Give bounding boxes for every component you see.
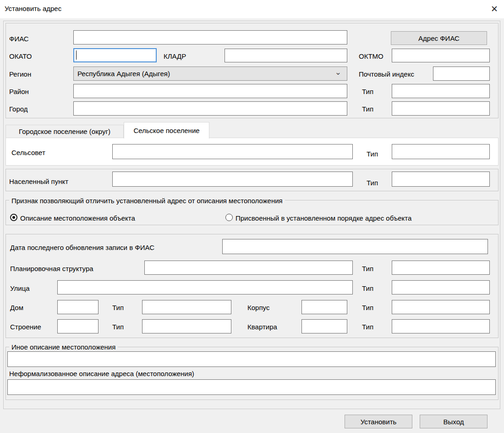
radio-description-label: Описание местоположения объекта	[20, 214, 135, 222]
stroenie-tip-label: Тип	[112, 323, 124, 331]
oktmo-label: ОКТМО	[359, 52, 383, 60]
settlement-label: Населенный пункт	[9, 178, 68, 185]
other-description-legend: Иное описание местоположения	[9, 343, 118, 351]
korpus-tip-input[interactable]	[392, 300, 490, 314]
kvartira-input[interactable]	[301, 319, 347, 333]
gorod-tip-label: Тип	[362, 105, 373, 113]
tab-rural-settlement[interactable]: Сельское поселение	[124, 122, 209, 139]
korpus-label: Корпус	[247, 304, 269, 311]
sign-groupbox-legend: Признак позволяющий отличить установленн…	[9, 197, 285, 205]
radio-assigned[interactable]	[225, 214, 233, 221]
window-title: Установить адрес	[5, 5, 61, 12]
rayon-input[interactable]	[73, 84, 347, 98]
fias-update-date-input[interactable]	[222, 239, 488, 254]
gorod-tip-input[interactable]	[392, 101, 490, 116]
rayon-tip-label: Тип	[362, 88, 373, 95]
stroenie-input[interactable]	[57, 319, 99, 333]
region-selected-value: Республика Адыгея (Адыгея)	[77, 70, 170, 78]
postal-index-label: Почтовый индекс	[359, 70, 414, 78]
house-tip-label: Тип	[112, 304, 124, 311]
kvartira-label: Квартира	[247, 323, 277, 331]
address-fias-button-label: Адрес ФИАС	[418, 34, 460, 42]
tab-urban-label: Городское поселение (округ)	[19, 128, 110, 135]
exit-button-label: Выход	[444, 418, 464, 426]
selsovet-tip-input[interactable]	[392, 144, 490, 159]
rayon-tip-input[interactable]	[392, 84, 490, 98]
rayon-label: Район	[9, 88, 29, 95]
radio-description[interactable]	[10, 214, 17, 221]
postal-index-input[interactable]	[433, 67, 490, 81]
stroenie-label: Строение	[10, 323, 41, 331]
street-input[interactable]	[57, 280, 353, 294]
oktmo-input[interactable]	[392, 49, 490, 62]
kladr-label: КЛАДР	[164, 52, 186, 60]
informal-description-label: Неформализованное описание адреса (место…	[9, 370, 194, 377]
kladr-input[interactable]	[225, 49, 347, 62]
region-select[interactable]: Республика Адыгея (Адыгея) ⌄	[73, 67, 347, 81]
house-label: Дом	[10, 304, 23, 311]
region-label: Регион	[9, 70, 31, 78]
selsovet-label: Сельсовет	[11, 149, 45, 156]
selsovet-tip-label: Тип	[367, 150, 378, 158]
informal-description-input[interactable]	[7, 379, 496, 395]
planning-tip-label: Тип	[362, 265, 373, 272]
street-tip-label: Тип	[362, 284, 373, 292]
planning-structure-input[interactable]	[144, 261, 353, 275]
house-tip-input[interactable]	[142, 300, 231, 314]
house-input[interactable]	[57, 300, 99, 314]
dialog-set-address: Установить адрес ✕ ФИАС Адрес ФИАС ОКАТО…	[0, 0, 504, 433]
selsovet-input[interactable]	[112, 144, 353, 159]
set-button[interactable]: Установить	[345, 415, 412, 428]
settlement-tip-label: Тип	[367, 179, 378, 187]
gorod-input[interactable]	[73, 101, 347, 116]
okato-label: ОКАТО	[9, 52, 32, 60]
korpus-tip-label: Тип	[362, 304, 373, 311]
chevron-down-icon: ⌄	[335, 67, 341, 77]
street-tip-input[interactable]	[392, 280, 490, 294]
stroenie-tip-input[interactable]	[142, 319, 231, 333]
settlement-tip-input[interactable]	[392, 172, 490, 187]
set-button-label: Установить	[361, 418, 397, 426]
close-icon[interactable]: ✕	[488, 2, 501, 15]
radio-selected-dot	[12, 216, 15, 219]
kvartira-tip-input[interactable]	[392, 319, 490, 333]
address-fias-button[interactable]: Адрес ФИАС	[391, 31, 487, 45]
tab-rural-label: Сельское поселение	[133, 127, 199, 134]
okato-input[interactable]	[73, 48, 157, 62]
gorod-label: Город	[9, 105, 28, 113]
exit-button[interactable]: Выход	[420, 415, 488, 428]
street-label: Улица	[10, 284, 30, 292]
kvartira-tip-label: Тип	[362, 323, 373, 331]
text-caret	[76, 50, 77, 60]
korpus-input[interactable]	[301, 300, 347, 314]
fias-label: ФИАС	[9, 35, 29, 43]
fias-input[interactable]	[73, 30, 347, 44]
tab-urban-settlement[interactable]: Городское поселение (округ)	[5, 125, 124, 138]
fias-update-date-label: Дата последнего обновления записи в ФИАС	[10, 244, 154, 251]
radio-assigned-label: Присвоенный в установленном порядке адре…	[236, 214, 411, 222]
settlement-input[interactable]	[112, 172, 353, 187]
planning-structure-label: Планировочная структура	[10, 265, 93, 272]
planning-tip-input[interactable]	[392, 261, 490, 275]
other-description-input[interactable]	[7, 351, 496, 367]
